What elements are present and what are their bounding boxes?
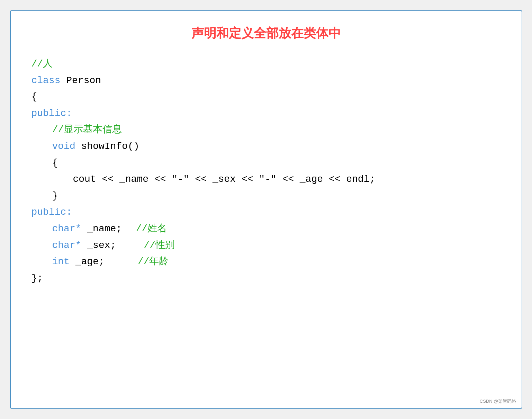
brace-method-open: { [52, 158, 58, 168]
code-line-1: //人 [31, 56, 501, 72]
code-line-5: //显示基本信息 [31, 122, 501, 138]
comment-showinfo: //显示基本信息 [52, 124, 122, 135]
comment-person: //人 [31, 59, 53, 69]
code-line-10: public: [31, 204, 501, 221]
code-line-3: { [31, 89, 501, 105]
code-line-13: int _age;//年龄 [31, 253, 501, 270]
brace-method-close: } [52, 190, 58, 201]
keyword-public-1: public: [31, 108, 72, 119]
field-age: _age; [70, 256, 105, 267]
code-line-2: class Person [31, 72, 501, 89]
code-line-11: char* _name;//姓名 [31, 221, 501, 237]
keyword-public-2: public: [31, 207, 72, 217]
comment-age: //年龄 [138, 256, 169, 267]
brace-class-close: }; [31, 273, 43, 284]
code-line-7: { [31, 155, 501, 171]
code-line-12: char* _sex;//性别 [31, 237, 501, 254]
code-line-6: void showInfo() [31, 138, 501, 155]
code-block: //人 class Person { public: //显示基本信息 void… [31, 56, 501, 286]
code-line-8: cout << _name << "-" << _sex << "-" << _… [31, 171, 501, 188]
slide-title: 声明和定义全部放在类体中 [31, 25, 501, 42]
keyword-void: void [52, 141, 75, 152]
cout-statement: cout << _name << "-" << _sex << "-" << _… [73, 174, 376, 185]
field-name: _name; [81, 223, 122, 234]
slide-container: 声明和定义全部放在类体中 //人 class Person { public: … [10, 10, 522, 409]
code-line-14: }; [31, 270, 501, 287]
keyword-class: class [31, 75, 61, 86]
keyword-char-name: char* [52, 223, 81, 234]
comment-sex: //性别 [144, 240, 175, 251]
comment-name: //姓名 [136, 223, 167, 234]
field-sex: _sex; [81, 240, 116, 251]
watermark: CSDN @架智码路 [480, 398, 516, 404]
code-line-4: public: [31, 105, 501, 122]
keyword-int-age: int [52, 256, 70, 267]
keyword-char-sex: char* [52, 240, 81, 251]
method-showinfo: showInfo() [75, 141, 139, 152]
classname-person: Person [61, 75, 101, 86]
brace-open: { [31, 91, 37, 102]
code-line-9: } [31, 188, 501, 204]
